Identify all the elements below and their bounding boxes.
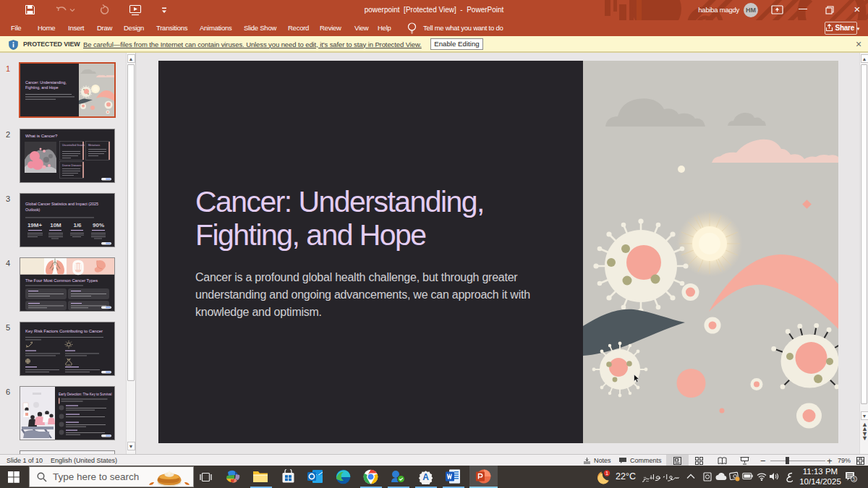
svg-text:What is Cancer?: What is Cancer? — [25, 134, 58, 138]
svg-text:90%: 90% — [93, 222, 104, 228]
svg-text:1: 1 — [605, 470, 608, 476]
svg-text:Uncontrolled Growth: Uncontrolled Growth — [62, 144, 85, 147]
svg-text:Diverse Diseases: Diverse Diseases — [62, 164, 82, 167]
svg-text:Global Cancer Statistics and I: Global Cancer Statistics and Impact (202… — [25, 202, 98, 206]
svg-text:10M: 10M — [50, 222, 61, 228]
svg-text:Metastasis: Metastasis — [88, 144, 101, 147]
svg-text:5: 5 — [853, 476, 856, 481]
svg-text:Fighting, and Hope: Fighting, and Hope — [25, 85, 59, 90]
svg-text:The Four Most Common Cancer Ty: The Four Most Common Cancer Types — [25, 278, 98, 283]
svg-text:A: A — [422, 472, 429, 482]
svg-text:19M+: 19M+ — [27, 222, 43, 228]
svg-text:Early Detection: The Key to Su: Early Detection: The Key to Survival — [59, 393, 111, 396]
svg-text:Key Risk Factors Contributing: Key Risk Factors Contributing to Cancer — [25, 329, 103, 333]
svg-text:1/6: 1/6 — [73, 222, 82, 228]
svg-text:Outlook): Outlook) — [25, 207, 41, 212]
svg-text:Cancer: Understanding,: Cancer: Understanding, — [25, 80, 67, 85]
